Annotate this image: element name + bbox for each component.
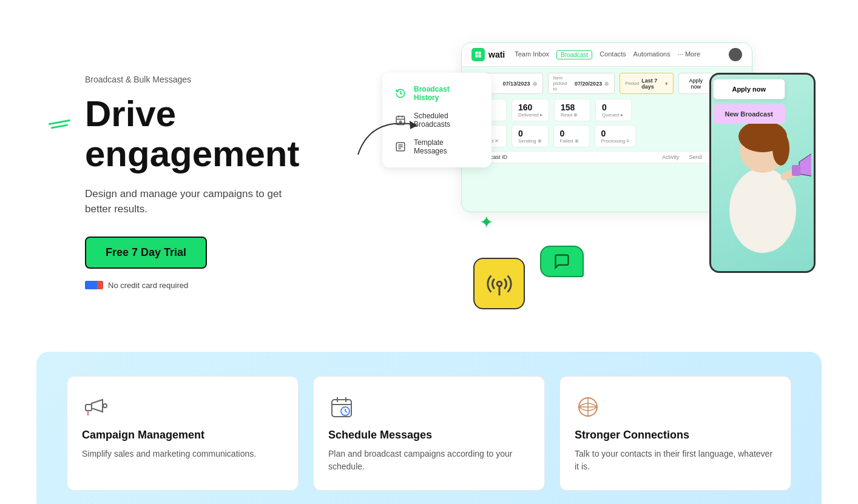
- filter-date-to[interactable]: Item picked to 07/20/2023 ⊕: [548, 73, 615, 94]
- filter-period[interactable]: Period Last 7 days ▾: [620, 73, 674, 94]
- connections-desc: Talk to your contacts in their first lan…: [575, 448, 776, 473]
- schedule-icon-wrapper: [328, 394, 355, 420]
- stat-delivered: 160 Delivered ▸: [512, 99, 549, 121]
- dashboard-card: wati Team Inbox Broadcast Contacts Autom…: [461, 42, 752, 212]
- schedule-title: Schedule Messages: [328, 429, 530, 442]
- stat-processing: 0 Processing ≡: [595, 125, 636, 147]
- free-trial-button[interactable]: Free 7 Day Trial: [85, 237, 207, 269]
- nav-automations[interactable]: Automations: [633, 50, 671, 59]
- stats-row-1: 160 Sent ▸ 160 Delivered ▸ 158 Read ⊕: [470, 99, 743, 121]
- dash-nav-bar: wati Team Inbox Broadcast Contacts Autom…: [462, 43, 752, 67]
- svg-point-20: [103, 404, 107, 408]
- svg-marker-16: [799, 150, 811, 177]
- campaign-desc: Simplify sales and marketing communicati…: [82, 448, 283, 460]
- curved-arrow: [352, 112, 425, 161]
- svg-line-28: [345, 411, 347, 412]
- filter-row: Date picked from 07/13/2023 ⊕ Item picke…: [470, 73, 743, 94]
- left-arrows-deco: [49, 121, 70, 127]
- svg-rect-17: [792, 165, 800, 176]
- tower-icon: [473, 258, 525, 309]
- stat-sending: 0 Sending ⊕: [512, 125, 549, 147]
- hero-left: Broadcast & Bulk Messages Drive engageme…: [85, 75, 376, 290]
- nav-broadcast[interactable]: Broadcast: [556, 50, 592, 59]
- dash-nav-items: Team Inbox Broadcast Contacts Automation…: [515, 50, 700, 59]
- svg-marker-18: [410, 121, 417, 129]
- user-avatar[interactable]: [729, 48, 742, 61]
- bottom-section: Campaign Management Simplify sales and m…: [36, 352, 822, 504]
- action-buttons-area: Apply now New Broadcast: [713, 79, 785, 124]
- schedule-desc: Plan and broadcast campaigns according t…: [328, 448, 530, 473]
- svg-point-11: [729, 168, 796, 253]
- svg-rect-19: [86, 405, 92, 411]
- connections-title: Stronger Connections: [575, 429, 776, 442]
- feature-card-schedule: Schedule Messages Plan and broadcast cam…: [313, 376, 545, 491]
- feature-card-campaign: Campaign Management Simplify sales and m…: [67, 376, 299, 491]
- wati-logo: wati: [471, 48, 505, 61]
- no-credit-label: No credit card required: [108, 281, 188, 290]
- wati-logo-icon: [471, 48, 485, 61]
- sidebar-item-broadcast-history[interactable]: BroadcastHistory: [390, 80, 484, 107]
- nav-more[interactable]: ··· More: [678, 50, 700, 59]
- wati-brand-name: wati: [488, 50, 505, 59]
- stat-read: 158 Read ⊕: [554, 99, 590, 121]
- svg-point-9: [497, 281, 502, 286]
- broadcast-history-label: BroadcastHistory: [414, 85, 450, 102]
- hero-right: BroadcastHistory ScheduledBroadcasts: [376, 36, 797, 328]
- dash-content: Date picked from 07/13/2023 ⊕ Item picke…: [462, 67, 752, 169]
- apply-now-card[interactable]: Apply now: [713, 79, 785, 99]
- history-icon: [393, 86, 408, 101]
- hero-description: Design and manage your campaigns to get …: [85, 186, 303, 217]
- nav-team-inbox[interactable]: Team Inbox: [515, 50, 549, 59]
- stats-row-2: 148 Replied ✕ 0 Sending ⊕ 0 Failed ⊕ 0: [470, 125, 743, 147]
- stat-queued: 0 Queued ▸: [595, 99, 632, 121]
- stat-failed: 0 Failed ⊕: [553, 125, 590, 147]
- connections-icon-wrapper: [575, 394, 601, 420]
- broadcast-list-row: Broadcast ID Activity Send - Test: [470, 151, 743, 163]
- campaign-title: Campaign Management: [82, 429, 283, 442]
- features-grid: Campaign Management Simplify sales and m…: [67, 376, 791, 491]
- connections-icon: [575, 395, 601, 419]
- schedule-icon: [329, 395, 354, 419]
- credit-card-icon: [85, 281, 103, 289]
- hero-tag: Broadcast & Bulk Messages: [85, 75, 352, 84]
- nav-contacts[interactable]: Contacts: [600, 50, 626, 59]
- hero-section: Broadcast & Bulk Messages Drive engageme…: [0, 0, 858, 352]
- svg-point-14: [772, 132, 789, 166]
- apply-now-button[interactable]: Apply now: [678, 73, 713, 94]
- hero-title: Drive engagement: [85, 94, 352, 174]
- sparkle-2: ✦: [479, 212, 493, 232]
- campaign-icon: [83, 395, 107, 419]
- no-credit-row: No credit card required: [85, 281, 188, 290]
- new-broadcast-button[interactable]: New Broadcast: [713, 104, 785, 124]
- speech-bubble: [540, 246, 584, 277]
- campaign-icon-wrapper: [82, 394, 109, 420]
- page-wrapper: Broadcast & Bulk Messages Drive engageme…: [0, 0, 858, 504]
- feature-card-connections: Stronger Connections Talk to your contac…: [559, 376, 791, 491]
